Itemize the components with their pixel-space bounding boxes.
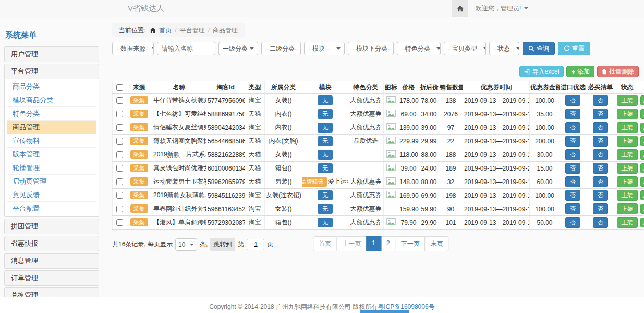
import-pref-toggle[interactable]: 否 [565,109,580,119]
row-checkbox[interactable] [116,124,123,131]
add-button[interactable]: + 添加 [566,66,594,77]
must-buy-toggle[interactable]: 否 [593,163,608,173]
filter-select-module[interactable]: --模块-- [304,42,345,55]
edit-button[interactable] [640,136,644,146]
sidebar-subitem[interactable]: 平台配置 [7,202,96,215]
import-pref-toggle[interactable]: 否 [565,203,580,214]
filter-select-item-type[interactable]: --宝贝类型-- [444,42,486,55]
import-pref-toggle[interactable]: 否 [565,190,580,200]
sidebar-item[interactable]: 兑换管理 [4,287,99,297]
row-checkbox[interactable] [116,111,123,117]
status-toggle[interactable]: 上架 [617,190,638,200]
import-pref-toggle[interactable]: 否 [565,95,580,105]
must-buy-toggle[interactable]: 否 [593,109,608,119]
filter-select-level1-category[interactable]: 一级分类 [218,42,258,55]
edit-button[interactable] [640,163,644,173]
per-page-select[interactable]: 10 [175,238,197,251]
must-buy-toggle[interactable]: 否 [593,122,608,133]
filter-select-module-subcategory[interactable]: --模块下分类-- [348,42,394,55]
row-checkbox[interactable] [116,138,123,145]
sidebar-subitem[interactable]: 轮播管理 [7,161,96,175]
sidebar-item[interactable]: 用户管理 [4,46,99,62]
import-excel-button[interactable]: 导入excel [519,66,564,77]
sidebar-item[interactable]: 平台管理 [4,64,99,79]
product-thumbnail [386,150,396,158]
sidebar-item[interactable]: 省惠快报 [4,236,99,251]
sidebar-item[interactable]: 消息管理 [4,253,99,269]
status-toggle[interactable]: 上架 [617,176,638,187]
status-toggle[interactable]: 上架 [617,122,638,133]
page-button-上一页[interactable]: 上一页 [336,236,367,251]
must-buy-toggle[interactable]: 否 [593,136,608,146]
filter-select-data-source[interactable]: --数据来源-- [112,42,154,55]
sidebar-subitem[interactable]: 商品分类 [7,80,96,93]
import-pref-toggle[interactable]: 否 [565,149,580,160]
must-buy-toggle[interactable]: 否 [593,203,608,214]
must-buy-toggle[interactable]: 否 [593,217,608,227]
select-all-checkbox[interactable] [116,84,123,91]
jump-page-input[interactable] [247,239,264,250]
must-buy-toggle[interactable]: 否 [593,190,608,200]
import-pref-toggle[interactable]: 否 [565,122,580,133]
must-buy-toggle[interactable]: 否 [593,176,608,187]
filter-select-status[interactable]: --状态-- [489,42,519,55]
batch-delete-button[interactable]: 批量删除 [597,66,639,77]
status-toggle[interactable]: 上架 [617,149,638,160]
page-button-末页[interactable]: 末页 [425,236,449,251]
row-checkbox[interactable] [116,97,123,104]
sidebar-item-active[interactable]: 商品管理 [7,121,96,134]
edit-button[interactable] [640,123,644,133]
import-pref-toggle[interactable]: 否 [565,163,580,173]
import-pref-toggle[interactable]: 否 [565,136,580,146]
chevron-down-icon [483,47,486,50]
filter-input-name-search[interactable] [157,42,215,55]
must-buy-toggle[interactable]: 否 [593,149,608,160]
row-checkbox[interactable] [116,192,123,199]
sidebar-item[interactable]: 订单管理 [4,270,99,286]
status-toggle[interactable]: 上架 [617,136,638,146]
icp-link[interactable]: 粤ICP备16098006号 [378,303,434,310]
status-toggle[interactable]: 上架 [617,95,638,105]
sidebar-subitem[interactable]: 模块商品分类 [7,93,96,107]
must-buy-toggle[interactable]: 否 [593,95,608,105]
filter-select-level2-category[interactable]: --二级分类-- [261,42,301,55]
sidebar-subitem[interactable]: 意见反馈 [7,188,96,202]
status-toggle[interactable]: 上架 [617,163,638,173]
row-checkbox[interactable] [116,219,123,226]
status-toggle[interactable]: 上架 [617,217,638,227]
row-checkbox[interactable] [116,165,123,172]
page-button-首页[interactable]: 首页 [313,236,337,251]
edit-button[interactable] [640,109,644,119]
page-button-下一页[interactable]: 下一页 [395,236,426,251]
import-pref-toggle[interactable]: 否 [565,217,580,227]
status-toggle[interactable]: 上架 [617,203,638,214]
breadcrumb-home-link[interactable]: 首页 [159,26,172,35]
edit-button[interactable] [640,190,644,200]
row-checkbox[interactable] [116,206,123,212]
edit-button[interactable] [640,204,644,214]
edit-button[interactable] [640,150,644,160]
sidebar: 系统菜单 用户管理平台管理商品分类模块商品分类特色分类商品管理宣传物料版本管理轮… [4,26,99,297]
edit-button[interactable] [640,218,644,227]
home-button[interactable] [452,0,468,17]
sidebar-subitem[interactable]: 宣传物料 [7,134,96,148]
user-menu[interactable]: 欢迎您，管理员! [476,4,528,13]
filter-select-feature-category[interactable]: --特色分类-- [397,42,441,55]
search-button[interactable]: 查询 [523,42,555,55]
horizontal-scrollbar-thumb[interactable] [360,310,409,313]
sidebar-item[interactable]: 拼团管理 [4,219,99,234]
page-button-2[interactable]: 2 [381,236,396,251]
sidebar-subitem[interactable]: 特色分类 [7,107,96,121]
import-pref-toggle[interactable]: 否 [565,176,580,187]
reset-button[interactable]: 重置 [558,42,590,55]
row-checkbox[interactable] [116,178,123,185]
sidebar-subitem[interactable]: 启动页管理 [7,175,96,188]
jump-button[interactable]: 跳转到 [210,238,235,251]
row-checkbox[interactable] [116,151,123,158]
trash-icon [602,69,607,75]
page-button-1[interactable]: 1 [366,236,381,251]
sidebar-subitem[interactable]: 版本管理 [7,148,96,161]
edit-button[interactable] [640,177,644,187]
status-toggle[interactable]: 上架 [617,109,638,119]
edit-button[interactable] [640,95,644,105]
